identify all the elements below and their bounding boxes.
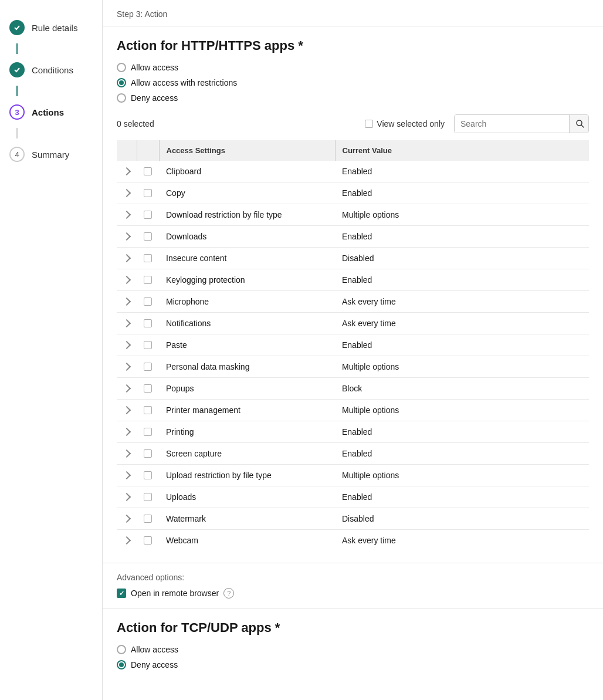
chevron-icon-3 <box>123 232 131 241</box>
row-checkbox-9[interactable] <box>144 363 152 371</box>
chevron-icon-6 <box>123 297 131 306</box>
search-button[interactable] <box>569 115 589 133</box>
row-expand-0[interactable] <box>117 161 137 182</box>
radio-btn-allow-restrictions <box>117 78 126 87</box>
row-checkbox-13[interactable] <box>144 449 152 458</box>
settings-tbody: Clipboard Enabled Copy Enabled Download … <box>117 161 589 551</box>
row-checkbox-4[interactable] <box>144 254 152 262</box>
chevron-icon-7 <box>123 319 131 327</box>
sidebar-label-conditions: Conditions <box>32 65 73 75</box>
tcp-radio-btn-allow <box>117 645 126 654</box>
view-selected-toggle[interactable]: View selected only <box>365 119 445 128</box>
chevron-icon-13 <box>123 449 131 458</box>
table-row: Screen capture Enabled <box>117 443 589 465</box>
row-checkbox-2[interactable] <box>144 211 152 219</box>
row-checkbox-12[interactable] <box>144 428 152 436</box>
advanced-options-section: Advanced options: Open in remote browser… <box>103 563 603 608</box>
row-setting-13: Screen capture <box>159 443 335 465</box>
chevron-icon-1 <box>123 189 131 197</box>
row-checkbox-cell-5 <box>137 269 159 291</box>
row-checkbox-10[interactable] <box>144 384 152 393</box>
http-section-title: Action for HTTP/HTTPS apps * <box>117 38 589 53</box>
sidebar-item-conditions[interactable]: Conditions <box>0 54 102 86</box>
row-expand-1[interactable] <box>117 182 137 204</box>
chevron-icon-2 <box>123 211 131 219</box>
row-value-6: Ask every time <box>335 291 589 313</box>
row-expand-12[interactable] <box>117 421 137 443</box>
row-value-0: Enabled <box>335 161 589 182</box>
row-expand-6[interactable] <box>117 291 137 313</box>
row-value-8: Enabled <box>335 334 589 356</box>
chevron-icon-15 <box>123 493 131 501</box>
row-setting-2: Download restriction by file type <box>159 204 335 226</box>
row-value-11: Multiple options <box>335 400 589 421</box>
tcp-section-title: Action for TCP/UDP apps * <box>117 620 589 635</box>
row-checkbox-17[interactable] <box>144 536 152 545</box>
row-value-12: Enabled <box>335 421 589 443</box>
row-expand-5[interactable] <box>117 269 137 291</box>
th-check <box>137 140 159 161</box>
th-access-settings: Access Settings <box>159 140 335 161</box>
radio-allow-access[interactable]: Allow access <box>117 63 589 72</box>
radio-deny-access[interactable]: Deny access <box>117 93 589 103</box>
row-checkbox-0[interactable] <box>144 167 152 175</box>
row-value-16: Disabled <box>335 508 589 530</box>
open-remote-browser-row: Open in remote browser ? <box>117 588 589 598</box>
row-checkbox-6[interactable] <box>144 297 152 306</box>
row-checkbox-3[interactable] <box>144 232 152 241</box>
table-row: Printing Enabled <box>117 421 589 443</box>
row-expand-11[interactable] <box>117 400 137 421</box>
tcp-radio-deny[interactable]: Deny access <box>117 660 589 669</box>
row-checkbox-8[interactable] <box>144 341 152 349</box>
chevron-icon-11 <box>123 406 131 414</box>
table-row: Paste Enabled <box>117 334 589 356</box>
row-checkbox-14[interactable] <box>144 471 152 479</box>
row-expand-4[interactable] <box>117 248 137 269</box>
row-setting-12: Printing <box>159 421 335 443</box>
http-radio-group: Allow access Allow access with restricti… <box>117 63 589 103</box>
chevron-icon-12 <box>123 428 131 436</box>
row-expand-15[interactable] <box>117 486 137 508</box>
table-row: Uploads Enabled <box>117 486 589 508</box>
row-expand-10[interactable] <box>117 378 137 400</box>
tcp-radio-label-deny: Deny access <box>131 660 178 669</box>
tcp-radio-allow[interactable]: Allow access <box>117 645 589 654</box>
row-checkbox-cell-1 <box>137 182 159 204</box>
row-checkbox-cell-16 <box>137 508 159 530</box>
row-checkbox-cell-7 <box>137 313 159 334</box>
row-expand-2[interactable] <box>117 204 137 226</box>
open-remote-browser-checkbox[interactable] <box>117 589 126 598</box>
radio-btn-allow <box>117 63 126 72</box>
sidebar-item-actions[interactable]: 3 Actions <box>0 96 102 128</box>
row-expand-7[interactable] <box>117 313 137 334</box>
table-row: Microphone Ask every time <box>117 291 589 313</box>
chevron-icon-16 <box>123 515 131 523</box>
row-checkbox-11[interactable] <box>144 406 152 414</box>
help-icon[interactable]: ? <box>223 588 234 598</box>
row-setting-0: Clipboard <box>159 161 335 182</box>
step-header-text: Step 3: Action <box>117 9 167 19</box>
row-value-13: Enabled <box>335 443 589 465</box>
row-checkbox-1[interactable] <box>144 189 152 197</box>
sidebar-item-summary[interactable]: 4 Summary <box>0 138 102 170</box>
row-expand-17[interactable] <box>117 530 137 552</box>
row-expand-13[interactable] <box>117 443 137 465</box>
row-setting-15: Uploads <box>159 486 335 508</box>
row-value-9: Multiple options <box>335 356 589 378</box>
row-setting-14: Upload restriction by file type <box>159 465 335 486</box>
row-checkbox-15[interactable] <box>144 493 152 501</box>
row-checkbox-7[interactable] <box>144 319 152 327</box>
row-checkbox-16[interactable] <box>144 515 152 523</box>
row-expand-3[interactable] <box>117 226 137 248</box>
row-setting-8: Paste <box>159 334 335 356</box>
row-expand-14[interactable] <box>117 465 137 486</box>
table-row: Webcam Ask every time <box>117 530 589 552</box>
row-expand-9[interactable] <box>117 356 137 378</box>
row-expand-8[interactable] <box>117 334 137 356</box>
search-input[interactable] <box>455 115 569 133</box>
row-checkbox-5[interactable] <box>144 276 152 284</box>
row-expand-16[interactable] <box>117 508 137 530</box>
radio-allow-restrictions[interactable]: Allow access with restrictions <box>117 78 589 87</box>
chevron-icon-8 <box>123 341 131 349</box>
sidebar-item-rule-details[interactable]: Rule details <box>0 12 102 43</box>
